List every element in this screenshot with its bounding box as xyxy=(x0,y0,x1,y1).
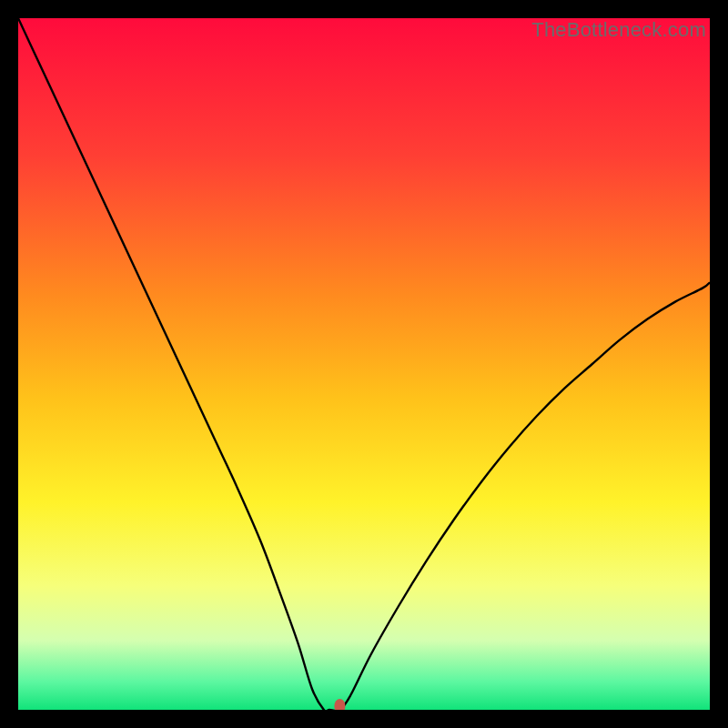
plot-area: TheBottleneck.com xyxy=(18,18,710,710)
gradient-background xyxy=(18,18,710,710)
bottleneck-chart xyxy=(18,18,710,710)
watermark-text: TheBottleneck.com xyxy=(531,18,706,42)
chart-frame: TheBottleneck.com xyxy=(0,0,728,728)
